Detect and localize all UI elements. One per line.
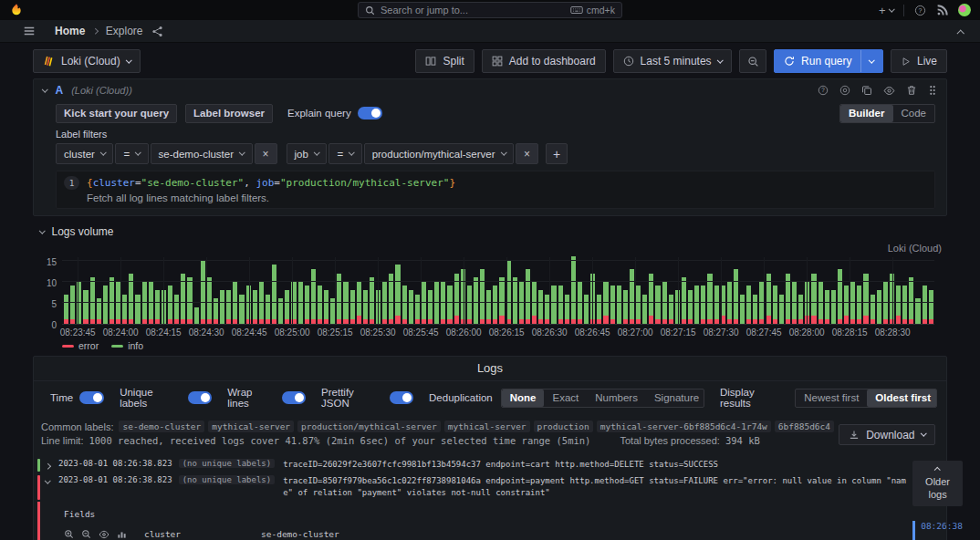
- volume-bar: [201, 261, 205, 324]
- chevron-down-icon: [239, 150, 245, 155]
- time-range-label: Last 5 minutes: [641, 55, 712, 68]
- volume-bar: [467, 286, 472, 324]
- filter-op-select[interactable]: =: [115, 143, 148, 164]
- run-query-button[interactable]: Run query: [774, 49, 883, 73]
- target-icon-button[interactable]: [839, 85, 850, 96]
- volume-bar: [382, 282, 387, 324]
- filter-value-select[interactable]: se-demo-cluster: [151, 143, 253, 164]
- dedup-none[interactable]: None: [502, 389, 545, 407]
- grafana-logo[interactable]: [9, 3, 24, 17]
- collapse-query-button[interactable]: [42, 86, 47, 91]
- logs-volume-header[interactable]: Logs volume: [33, 223, 947, 241]
- log-row[interactable]: 2023-08-01 08:26:38.823(no unique labels…: [37, 473, 912, 502]
- volume-bar: [603, 282, 608, 324]
- download-button[interactable]: Download: [839, 424, 935, 445]
- search-bar[interactable]: Search or jump to... cmd+k: [358, 2, 622, 18]
- volume-bar: [272, 265, 276, 324]
- gridline: [506, 257, 507, 324]
- menu-toggle[interactable]: [23, 25, 36, 37]
- duplicate-query-button[interactable]: [861, 85, 872, 96]
- collapse-bar-button[interactable]: [958, 25, 969, 37]
- label-browser-button[interactable]: Label browser: [185, 104, 273, 123]
- help-button[interactable]: ?: [914, 5, 926, 16]
- shortcut-label: cmd+k: [587, 5, 615, 16]
- x-tick-label: 08:26:45: [575, 327, 610, 338]
- kick-start-button[interactable]: Kick start your query: [56, 104, 177, 123]
- common-label-badge: production: [534, 421, 593, 432]
- time-toggle[interactable]: [79, 391, 104, 404]
- time-range-picker[interactable]: Last 5 minutes: [613, 49, 733, 73]
- add-filter-button[interactable]: +: [546, 143, 568, 164]
- legend-item-error[interactable]: error: [62, 340, 99, 351]
- search-plus-icon[interactable]: [64, 529, 74, 539]
- filter-remove-button[interactable]: ×: [516, 143, 538, 164]
- dedup-group: NoneExactNumbersSignature: [501, 389, 704, 408]
- volume-bar: [871, 295, 875, 324]
- volume-bar: [526, 269, 530, 324]
- datasource-picker[interactable]: Loki (Cloud): [33, 49, 141, 73]
- filter-label-select[interactable]: cluster: [56, 143, 113, 164]
- news-rss-button[interactable]: [936, 5, 948, 16]
- query-token: cluster: [93, 177, 135, 189]
- mode-builder[interactable]: Builder: [840, 105, 893, 122]
- breadcrumb-home[interactable]: Home: [55, 25, 85, 37]
- nav-time-start: 08:26:38: [921, 521, 963, 531]
- gridline: [421, 257, 422, 324]
- expand-chevron-icon[interactable]: [46, 475, 58, 486]
- disable-query-eye-button[interactable]: [883, 85, 895, 97]
- expand-chevron-icon[interactable]: [46, 459, 58, 470]
- filter-value-select[interactable]: production/mythical-server: [364, 143, 514, 164]
- chevron-down-icon: [126, 57, 131, 62]
- new-button[interactable]: +: [879, 4, 893, 17]
- query-preview-box[interactable]: 1 {cluster="se-demo-cluster", job="produ…: [56, 171, 935, 209]
- filter-label-select[interactable]: job: [287, 143, 328, 164]
- user-avatar[interactable]: [958, 4, 971, 16]
- drag-handle-icon[interactable]: [928, 85, 937, 96]
- remove-query-trash-button[interactable]: [906, 85, 917, 96]
- legend-item-info[interactable]: info: [111, 340, 143, 351]
- query-editor-toolbar: Kick start your query Label browser Expl…: [56, 103, 935, 123]
- volume-bar: [415, 295, 420, 324]
- field-value: se-demo-cluster: [261, 529, 339, 539]
- share-button[interactable]: [151, 26, 163, 37]
- unique-labels-toggle[interactable]: [188, 391, 212, 404]
- older-logs-button[interactable]: Older logs: [912, 461, 963, 506]
- mode-code[interactable]: Code: [893, 105, 935, 122]
- search-minus-icon[interactable]: [81, 529, 91, 539]
- line-limit-value: 1000 reached, received logs cover 41.87%…: [89, 435, 590, 446]
- volume-bar: [70, 286, 75, 324]
- wrap-lines-toggle[interactable]: [282, 391, 306, 404]
- add-to-dashboard-button[interactable]: Add to dashboard: [482, 49, 606, 73]
- query-ref-id[interactable]: A: [56, 84, 64, 97]
- logs-navigation[interactable]: 08:26:38 — 08:28:43: [912, 521, 963, 540]
- dedup-numbers[interactable]: Numbers: [587, 389, 646, 407]
- dedup-exact[interactable]: Exact: [544, 389, 587, 407]
- order-newest-first[interactable]: Newest first: [796, 389, 867, 407]
- volume-bar: [798, 295, 803, 324]
- toggle-time: Time: [50, 391, 104, 404]
- help-icon-button[interactable]: ?: [818, 85, 829, 96]
- split-button[interactable]: Split: [415, 49, 474, 73]
- live-button[interactable]: Live: [891, 49, 947, 73]
- order-oldest-first[interactable]: Oldest first: [867, 389, 937, 407]
- filter-remove-button[interactable]: ×: [255, 143, 277, 164]
- prettify-json-toggle[interactable]: [390, 391, 413, 404]
- breadcrumb-explore[interactable]: Explore: [106, 25, 143, 37]
- log-row[interactable]: 2023-08-01 08:26:38.823(no unique labels…: [37, 457, 912, 473]
- volume-bar: [194, 307, 199, 325]
- volume-bar: [630, 269, 634, 324]
- chevron-down-icon: [100, 150, 106, 155]
- volume-bar: [929, 290, 933, 324]
- explain-query-toggle[interactable]: [358, 107, 382, 119]
- label-filters-list: cluster=se-demo-cluster×job=production/m…: [56, 143, 538, 164]
- volume-bar: [636, 286, 641, 324]
- filter-op-select[interactable]: =: [328, 143, 361, 164]
- volume-bar: [701, 286, 705, 324]
- bar-chart-icon[interactable]: [117, 529, 127, 539]
- volume-bar: [109, 277, 114, 324]
- common-labels-line: Common labels: se-demo-clustermythical-s…: [41, 421, 937, 432]
- dedup-signature[interactable]: Signature: [646, 389, 704, 407]
- eye-icon[interactable]: [99, 529, 109, 540]
- zoom-out-button[interactable]: [739, 49, 766, 73]
- run-query-dropdown[interactable]: [860, 50, 882, 72]
